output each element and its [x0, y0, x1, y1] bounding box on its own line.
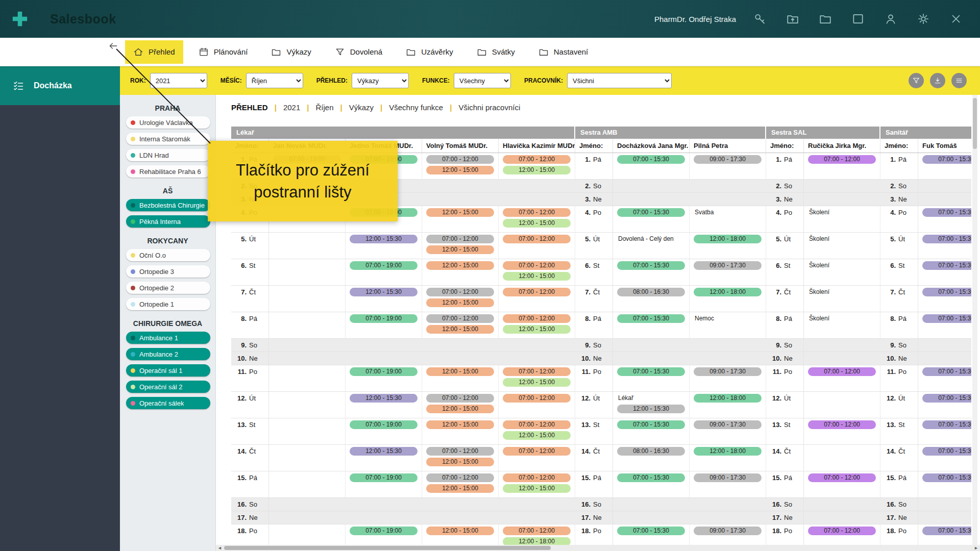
- close-icon[interactable]: [949, 12, 963, 26]
- tab-nastaveni[interactable]: Nastavení: [530, 40, 597, 64]
- shift-pill[interactable]: 07:00 - 15:30: [922, 235, 971, 243]
- shift-pill[interactable]: 07:00 - 19:00: [350, 261, 418, 270]
- shift-pill[interactable]: 12:00 - 15:00: [426, 261, 494, 270]
- sidebar-item-operacni-sal-1[interactable]: Operační sál 1: [126, 364, 210, 377]
- filter-select-mesic[interactable]: Říjen: [246, 73, 303, 88]
- sidebar-item-rehabilitace-praha-6[interactable]: Rehabilitace Praha 6: [126, 165, 210, 178]
- shift-pill[interactable]: 07:00 - 15:30: [922, 208, 971, 217]
- shift-note[interactable]: Školení: [809, 288, 880, 296]
- shift-pill[interactable]: 12:00 - 15:00: [503, 431, 571, 440]
- shift-pill[interactable]: 12:00 - 15:00: [503, 325, 571, 334]
- shift-pill[interactable]: 07:00 - 15:30: [922, 447, 971, 456]
- shift-pill[interactable]: 12:00 - 18:00: [694, 394, 762, 403]
- scroll-right-icon[interactable]: ►: [974, 545, 978, 551]
- shift-pill[interactable]: 12:00 - 18:00: [694, 288, 762, 296]
- shift-pill[interactable]: 12:00 - 15:00: [426, 245, 494, 254]
- shift-pill[interactable]: 07:00 - 12:00: [426, 155, 494, 164]
- shift-pill[interactable]: 08:00 - 16:30: [617, 288, 685, 296]
- shift-note[interactable]: Dovolená - Celý den: [618, 235, 689, 243]
- shift-pill[interactable]: 12:00 - 15:30: [617, 405, 685, 413]
- shift-note[interactable]: Svatba: [695, 208, 766, 217]
- shift-pill[interactable]: 12:00 - 15:30: [350, 235, 418, 243]
- shift-pill[interactable]: 12:00 - 18:00: [694, 235, 762, 243]
- shift-pill[interactable]: 12:00 - 15:00: [426, 484, 494, 493]
- breadcrumb-item-rijen[interactable]: Říjen: [315, 103, 333, 112]
- sidebar-item-ambulance-2[interactable]: Ambulance 2: [126, 348, 210, 360]
- shift-pill[interactable]: 12:00 - 15:00: [503, 272, 571, 281]
- breadcrumb-item-2021[interactable]: 2021: [283, 103, 300, 112]
- shift-pill[interactable]: 07:00 - 12:00: [426, 288, 494, 296]
- sidebar-item-ortopedie-2[interactable]: Ortopedie 2: [126, 282, 210, 294]
- breadcrumb-item-vykazy[interactable]: Výkazy: [349, 103, 374, 112]
- shift-pill[interactable]: 07:00 - 15:30: [617, 208, 685, 217]
- filter-button[interactable]: [909, 73, 924, 88]
- sidebar-item-operacni-salek[interactable]: Operační sálek: [126, 397, 210, 409]
- shift-note[interactable]: Školení: [809, 208, 880, 217]
- shift-pill[interactable]: 12:00 - 15:00: [503, 378, 571, 387]
- shift-pill[interactable]: 07:00 - 12:00: [808, 367, 876, 376]
- sidebar-item-ortopedie-3[interactable]: Ortopedie 3: [126, 265, 210, 278]
- shift-pill[interactable]: 07:00 - 15:30: [922, 155, 971, 164]
- shift-pill[interactable]: 12:00 - 15:00: [426, 405, 494, 413]
- shift-pill[interactable]: 07:00 - 19:00: [350, 473, 418, 482]
- shift-pill[interactable]: 12:00 - 15:00: [426, 420, 494, 429]
- window-icon[interactable]: [851, 12, 865, 26]
- horizontal-scrollbar-thumb[interactable]: [224, 546, 551, 550]
- shift-pill[interactable]: 07:00 - 12:00: [503, 473, 571, 482]
- shift-pill[interactable]: 07:00 - 12:00: [426, 314, 494, 323]
- shift-pill[interactable]: 12:00 - 15:00: [426, 298, 494, 307]
- shift-pill[interactable]: 07:00 - 12:00: [503, 235, 571, 243]
- shift-pill[interactable]: 09:00 - 17:30: [694, 420, 762, 429]
- filter-select-rok[interactable]: 2021: [150, 73, 207, 88]
- shift-pill[interactable]: 07:00 - 15:30: [922, 288, 971, 296]
- shift-pill[interactable]: 12:00 - 15:00: [426, 367, 494, 376]
- shift-pill[interactable]: 12:00 - 15:00: [503, 484, 571, 493]
- key-icon[interactable]: [753, 12, 767, 26]
- breadcrumb-item-vsechny-funkce[interactable]: Všechny funkce: [389, 103, 443, 112]
- shift-pill[interactable]: 07:00 - 19:00: [350, 420, 418, 429]
- shift-pill[interactable]: 08:00 - 16:30: [617, 447, 685, 456]
- sidebar-item-bezbolestna-chirurgie[interactable]: Bezbolestná Chirurgie: [126, 199, 210, 211]
- shift-pill[interactable]: 07:00 - 15:30: [922, 367, 971, 376]
- shift-pill[interactable]: 07:00 - 12:00: [808, 155, 876, 164]
- shift-pill[interactable]: 12:00 - 18:00: [503, 537, 571, 545]
- shift-pill[interactable]: 07:00 - 12:00: [503, 208, 571, 217]
- shift-pill[interactable]: 07:00 - 15:30: [617, 367, 685, 376]
- sidebar-item-ortopedie-1[interactable]: Ortopedie 1: [126, 298, 210, 310]
- filter-select-prehled[interactable]: Výkazy: [352, 73, 409, 88]
- horizontal-scrollbar[interactable]: ◄ ►: [216, 545, 980, 551]
- sidebar-item-dochazka[interactable]: Docházka: [0, 66, 120, 105]
- gear-icon[interactable]: [917, 12, 930, 26]
- shift-note[interactable]: Školení: [809, 235, 880, 243]
- tab-uzaverky[interactable]: Uzávěrky: [398, 40, 461, 64]
- shift-pill[interactable]: 09:00 - 17:30: [694, 367, 762, 376]
- sidebar-item-interna-staromak[interactable]: Interna Staromák: [126, 133, 210, 145]
- shift-pill[interactable]: 07:00 - 15:30: [617, 527, 685, 535]
- folder-icon[interactable]: [819, 12, 832, 26]
- shift-pill[interactable]: 07:00 - 15:30: [617, 420, 685, 429]
- sidebar-item-urologie-vaclavka[interactable]: Urologie Václavka: [126, 116, 210, 129]
- shift-pill[interactable]: 07:00 - 12:00: [426, 235, 494, 243]
- shift-pill[interactable]: 07:00 - 12:00: [808, 473, 876, 482]
- shift-pill[interactable]: 07:00 - 12:00: [503, 420, 571, 429]
- shift-pill[interactable]: 07:00 - 12:00: [503, 261, 571, 270]
- breadcrumb-item-vsichni-pracovnici[interactable]: Všichni pracovníci: [458, 103, 520, 112]
- shift-pill[interactable]: 07:00 - 12:00: [426, 447, 494, 456]
- sidebar-item-operacni-sal-2[interactable]: Operační sál 2: [126, 381, 210, 393]
- tab-svatky[interactable]: Svátky: [469, 40, 523, 64]
- shift-pill[interactable]: 12:00 - 15:00: [426, 208, 494, 217]
- breadcrumb-item-prehled[interactable]: PŘEHLED: [231, 103, 268, 112]
- tab-vykazy[interactable]: Výkazy: [263, 40, 319, 64]
- sidebar-item-pekna-interna[interactable]: Pěkná Interna: [126, 215, 210, 228]
- vertical-scrollbar[interactable]: [972, 95, 977, 545]
- shift-pill[interactable]: 12:00 - 15:00: [426, 458, 494, 466]
- filter-select-funkce[interactable]: Všechny: [454, 73, 511, 88]
- shift-pill[interactable]: 12:00 - 15:30: [350, 447, 418, 456]
- shift-pill[interactable]: 07:00 - 15:30: [922, 314, 971, 323]
- tab-prehled[interactable]: Přehled: [125, 40, 183, 64]
- shift-pill[interactable]: 12:00 - 15:00: [503, 219, 571, 228]
- shift-pill[interactable]: 07:00 - 15:30: [922, 527, 971, 535]
- shift-pill[interactable]: 07:00 - 12:00: [503, 288, 571, 296]
- shift-pill[interactable]: 09:00 - 17:30: [694, 155, 762, 164]
- shift-pill[interactable]: 09:00 - 17:30: [694, 261, 762, 270]
